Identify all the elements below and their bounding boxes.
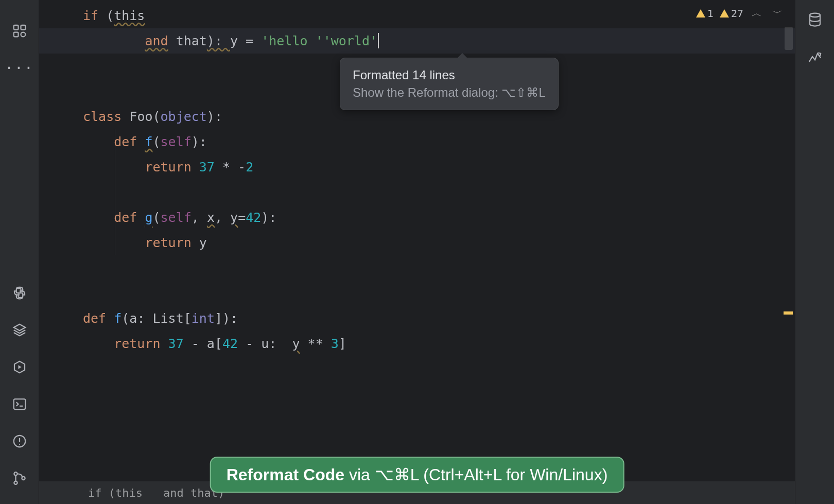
hint-keys: via ⌥⌘L (Ctrl+Alt+L for Win/Linux) bbox=[344, 465, 607, 484]
analytics-icon[interactable] bbox=[805, 46, 825, 67]
svg-rect-0 bbox=[13, 25, 18, 30]
prev-highlight-icon[interactable]: ︿ bbox=[750, 6, 764, 20]
code-line[interactable] bbox=[83, 180, 795, 205]
code-line[interactable] bbox=[83, 255, 795, 281]
tooltip-subtitle: Show the Reformat dialog: ⌥⇧⌘L bbox=[353, 84, 546, 101]
hint-action: Reformat Code bbox=[227, 465, 344, 484]
svg-point-6 bbox=[19, 444, 20, 445]
more-icon[interactable]: ··· bbox=[9, 58, 30, 78]
svg-rect-2 bbox=[13, 32, 18, 37]
code-line[interactable]: return 37 * -2 bbox=[83, 154, 795, 180]
breadcrumb-item[interactable]: if (this bbox=[88, 486, 143, 499]
code-line[interactable]: if (this bbox=[83, 3, 795, 28]
inspection-widget[interactable]: 1 27 ︿ ﹀ bbox=[696, 6, 785, 20]
code-line[interactable]: def f(a: List[int]): bbox=[83, 306, 795, 331]
terminal-icon[interactable] bbox=[9, 394, 30, 414]
database-icon[interactable] bbox=[805, 9, 825, 30]
svg-point-10 bbox=[810, 13, 820, 18]
left-toolbar: ··· bbox=[0, 0, 39, 504]
code-line[interactable]: return y bbox=[83, 230, 795, 255]
problems-icon[interactable] bbox=[9, 431, 30, 451]
code-line[interactable]: def g(self, x, y=42): bbox=[83, 205, 795, 230]
text-cursor bbox=[378, 33, 379, 48]
editor-wrap: 1 27 ︿ ﹀ if (this and that): y = 'hello … bbox=[39, 0, 795, 504]
warn-count-1: 1 bbox=[707, 7, 714, 20]
structure-icon[interactable] bbox=[9, 21, 30, 41]
code-line[interactable]: return 37 - a[42 - u: y ** 3] bbox=[83, 331, 795, 356]
tooltip-title: Formatted 14 lines bbox=[353, 66, 546, 84]
python-console-icon[interactable] bbox=[9, 283, 30, 303]
packages-icon[interactable] bbox=[9, 320, 30, 340]
vcs-icon[interactable] bbox=[9, 468, 30, 489]
shortcut-hint-pill: Reformat Code via ⌥⌘L (Ctrl+Alt+L for Wi… bbox=[210, 457, 624, 493]
svg-rect-1 bbox=[21, 25, 25, 30]
warning-badge-2[interactable]: 27 bbox=[720, 7, 743, 20]
code-line[interactable] bbox=[83, 281, 795, 306]
services-icon[interactable] bbox=[9, 357, 30, 377]
svg-rect-4 bbox=[13, 399, 25, 409]
svg-point-7 bbox=[14, 472, 17, 475]
warn-count-2: 27 bbox=[731, 7, 743, 20]
code-line[interactable]: def f(self): bbox=[83, 129, 795, 154]
svg-point-8 bbox=[14, 481, 17, 484]
right-toolbar bbox=[795, 0, 834, 504]
svg-point-3 bbox=[21, 32, 25, 37]
warning-badge-1[interactable]: 1 bbox=[696, 7, 714, 20]
app-root: ··· 1 27 ︿ ﹀ bbox=[0, 0, 834, 504]
next-highlight-icon[interactable]: ﹀ bbox=[770, 6, 785, 20]
svg-point-9 bbox=[22, 477, 25, 480]
code-line[interactable]: and that): y = 'hello ''world' bbox=[83, 28, 795, 54]
reformat-tooltip: Formatted 14 lines Show the Reformat dia… bbox=[340, 58, 559, 110]
